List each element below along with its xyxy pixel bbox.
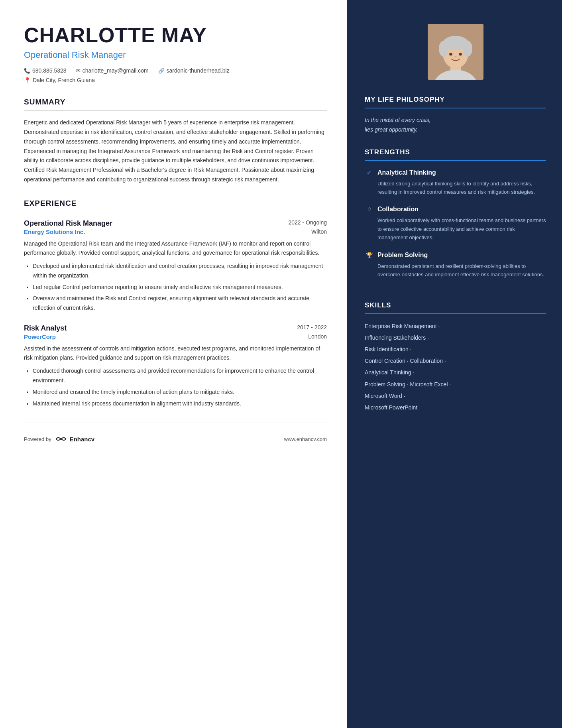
bulb-icon: [365, 205, 373, 214]
exp-company-row-1: Energy Solutions Inc. Wilton: [24, 228, 327, 235]
enhancv-brand: Enhancv: [70, 436, 95, 443]
powered-by-label: Powered by: [24, 436, 51, 442]
exp-desc-2: Assisted in the assessment of controls a…: [24, 344, 327, 362]
email-item: ✉ charlotte_may@gmail.com: [76, 67, 149, 74]
skills-divider: [365, 313, 546, 314]
phone-item: 📞 680.885.5328: [24, 67, 67, 74]
skill-row-6: Microsoft Word ·: [365, 391, 546, 401]
exp-location-2: London: [308, 333, 327, 340]
summary-section: SUMMARY Energetic and dedicated Operatio…: [24, 98, 327, 185]
candidate-name: CHARLOTTE MAY: [24, 24, 327, 47]
contact-info: 📞 680.885.5328 ✉ charlotte_may@gmail.com…: [24, 67, 327, 74]
exp-company-1: Energy Solutions Inc.: [24, 228, 85, 235]
philosophy-text: In the midst of every crisis,lies great …: [365, 116, 546, 135]
skill-row-1: Influencing Stakeholders ·: [365, 333, 546, 343]
skill-row-5: Problem Solving · Microsoft Excel ·: [365, 380, 546, 390]
bullet-2-3: Maintained internal risk process documen…: [33, 399, 327, 409]
svg-point-7: [449, 53, 452, 56]
summary-divider: [24, 110, 327, 111]
exp-role-1: Operational Risk Manager: [24, 219, 112, 228]
bullet-2-1: Conducted thorough control assessments a…: [33, 366, 327, 386]
exp-location-1: Wilton: [311, 228, 327, 235]
experience-section: EXPERIENCE Operational Risk Manager 2022…: [24, 199, 327, 409]
svg-point-5: [439, 41, 448, 57]
email-address: charlotte_may@gmail.com: [83, 67, 149, 74]
exp-dates-1: 2022 - Ongoing: [288, 219, 327, 226]
summary-text: Energetic and dedicated Operational Risk…: [24, 118, 327, 185]
strength-title-2: Collaboration: [377, 206, 419, 213]
location: Dale City, French Guiana: [33, 77, 95, 83]
enhancv-logo: Enhancv: [55, 435, 95, 443]
philosophy-divider: [365, 108, 546, 108]
strength-item-2: Collaboration Worked collaboratively wit…: [365, 205, 546, 242]
footer-website: www.enhancv.com: [284, 436, 327, 442]
strength-item-3: Problem Solving Demonstrated persistent …: [365, 251, 546, 279]
exp-company-row-2: PowerCorp London: [24, 333, 327, 340]
strength-desc-2: Worked collaboratively with cross-functi…: [365, 216, 546, 242]
footer-left: Powered by Enhancv: [24, 435, 94, 443]
job-title: Operational Risk Manager: [24, 50, 327, 60]
skills-section: SKILLS Enterprise Risk Management · Infl…: [365, 301, 546, 413]
phone-number: 680.885.5328: [32, 67, 67, 74]
strength-header-2: Collaboration: [365, 205, 546, 214]
strength-header-3: Problem Solving: [365, 251, 546, 260]
bullet-1-1: Developed and implemented risk identific…: [33, 262, 327, 281]
skills-list: Enterprise Risk Management · Influencing…: [365, 321, 546, 413]
location-pin-icon: 📍: [24, 77, 31, 83]
exp-entry-1: Operational Risk Manager 2022 - Ongoing …: [24, 219, 327, 313]
exp-header-1: Operational Risk Manager 2022 - Ongoing: [24, 219, 327, 228]
svg-point-8: [459, 53, 462, 56]
exp-entry-2: Risk Analyst 2017 - 2022 PowerCorp Londo…: [24, 324, 327, 408]
bullet-1-3: Oversaw and maintained the Risk and Cont…: [33, 294, 327, 313]
strength-title-1: Analytical Thinking: [377, 169, 436, 176]
skills-title: SKILLS: [365, 301, 546, 309]
exp-dates-2: 2017 - 2022: [297, 324, 327, 331]
skill-row-7: Microsoft PowerPoint: [365, 403, 546, 413]
exp-desc-1: Managed the Operational Risk team and th…: [24, 239, 327, 258]
summary-title: SUMMARY: [24, 98, 327, 106]
check-icon: [365, 168, 373, 177]
bullet-2-2: Monitored and ensured the timely impleme…: [33, 388, 327, 397]
avatar: [428, 24, 483, 80]
experience-title: EXPERIENCE: [24, 199, 327, 208]
avatar-container: [365, 24, 546, 80]
philosophy-title: MY LIFE PHILOSOPHY: [365, 96, 546, 104]
right-panel: MY LIFE PHILOSOPHY In the midst of every…: [347, 0, 562, 728]
avatar-svg: [428, 24, 483, 80]
skill-row-0: Enterprise Risk Management ·: [365, 321, 546, 331]
strength-desc-3: Demonstrated persistent and resilient pr…: [365, 262, 546, 279]
phone-icon: 📞: [24, 68, 30, 74]
exp-bullets-2: Conducted thorough control assessments a…: [24, 366, 327, 408]
skill-row-3: Control Creation · Collaboration ·: [365, 356, 546, 366]
strength-desc-1: Utilized strong analytical thinking skil…: [365, 179, 546, 197]
left-panel: CHARLOTTE MAY Operational Risk Manager 📞…: [0, 0, 347, 728]
skill-row-4: Analytical Thinking ·: [365, 368, 546, 378]
email-icon: ✉: [76, 68, 81, 74]
strengths-divider: [365, 160, 546, 161]
strength-item-1: Analytical Thinking Utilized strong anal…: [365, 168, 546, 197]
strengths-section: STRENGTHS Analytical Thinking Utilized s…: [365, 148, 546, 288]
strength-header-1: Analytical Thinking: [365, 168, 546, 177]
experience-divider: [24, 212, 327, 212]
svg-point-6: [463, 41, 472, 57]
logo-icon-svg: [55, 435, 67, 443]
philosophy-section: MY LIFE PHILOSOPHY In the midst of every…: [365, 96, 546, 135]
website-item: 🔗 sardonic-thunderhead.biz: [158, 67, 230, 74]
exp-company-2: PowerCorp: [24, 333, 56, 340]
skill-row-2: Risk Identification ·: [365, 344, 546, 354]
exp-bullets-1: Developed and implemented risk identific…: [24, 262, 327, 313]
link-icon: 🔗: [158, 68, 165, 74]
left-footer: Powered by Enhancv www.enhancv.com: [24, 423, 327, 443]
strength-title-3: Problem Solving: [377, 252, 428, 259]
bullet-1-2: Led regular Control performance reportin…: [33, 283, 327, 292]
exp-role-2: Risk Analyst: [24, 324, 67, 333]
exp-header-2: Risk Analyst 2017 - 2022: [24, 324, 327, 333]
location-row: 📍 Dale City, French Guiana: [24, 77, 327, 83]
trophy-icon: [365, 251, 373, 260]
website: sardonic-thunderhead.biz: [167, 67, 230, 74]
strengths-title: STRENGTHS: [365, 148, 546, 156]
